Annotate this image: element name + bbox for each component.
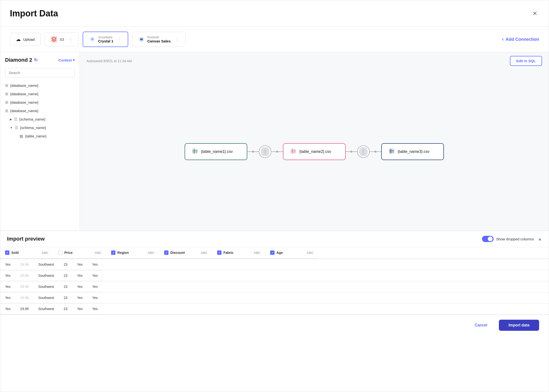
cell-price-4: 29.99 (15, 293, 34, 303)
main-content: Diamond 2 ↻ Context ▾ ⊞ {database_name} … (0, 52, 549, 231)
autosave-text: Autosaved 8/9/21 at 11:34 AM (87, 59, 132, 63)
sidebar-header: Diamond 2 ↻ Context ▾ (5, 57, 75, 63)
snowflake-tab[interactable]: ❄ Snowflake Crystal 1 ⋮ (83, 32, 128, 47)
cell-discount-5: 23 (59, 303, 72, 314)
snowflake-sub: Crystal 1 (98, 39, 113, 43)
cell-region-5: Southwest (34, 303, 59, 314)
list-item[interactable]: ⊞ {database_name} (5, 106, 75, 115)
search-input[interactable] (5, 68, 75, 77)
table-row: Yes 29.99 Southwest 23 Yes Yes (0, 293, 549, 303)
upload-label: Upload (23, 37, 35, 42)
list-item[interactable]: ▶ ☰ {schema_name} (5, 115, 75, 123)
upload-icon: ☁ (16, 36, 21, 42)
price-checkbox[interactable] (58, 251, 63, 255)
connections-bar: ☁ Upload S3 ⋮ ❄ Snowflake Crystal 1 ⋮ (0, 27, 549, 52)
snowflake-tab-text: Snowflake Crystal 1 (98, 35, 113, 43)
table-icon: ▦ (20, 134, 23, 138)
fabric-checkbox[interactable] (217, 251, 222, 255)
canvas-area: Autosaved 8/9/21 at 11:34 AM Edit in SQL… (80, 52, 549, 231)
modal-header: Import Data × (0, 0, 549, 27)
col-header-price: Price ABC (53, 247, 106, 259)
redshift-sub: Canvas Sales (147, 39, 171, 43)
edit-sql-button[interactable]: Edit in SQL (510, 56, 542, 66)
show-dropped-toggle[interactable] (482, 236, 493, 242)
import-data-modal: Import Data × ☁ Upload S3 ⋮ ❄ Snowflake … (0, 0, 549, 392)
table-name: {table_name} (25, 134, 46, 138)
expand-arrow-expanded: ▼ (10, 126, 13, 129)
table-node-3-label: {table_name3}.csv (398, 149, 430, 154)
sold-checkbox[interactable] (5, 251, 9, 255)
svg-rect-13 (389, 148, 394, 154)
modal-footer: Cancel Import data (0, 315, 549, 336)
collapse-preview-button[interactable]: ▲ (538, 237, 542, 242)
svg-rect-9 (291, 148, 296, 154)
redshift-tab[interactable]: Redshift Canvas Sales ⋮ (132, 32, 185, 47)
database-name-1: {database_name} (10, 84, 39, 88)
s3-icon (51, 36, 57, 43)
snowflake-icon: ❄ (89, 36, 96, 43)
context-label: Context (58, 58, 72, 62)
refresh-icon[interactable]: ↻ (34, 57, 38, 63)
table-node-2-icon (290, 148, 296, 155)
table-node-2[interactable]: {table_name2}.csv (283, 143, 346, 160)
region-checkbox[interactable] (111, 251, 115, 255)
import-preview: Import preview Show dropped columns ▲ (0, 231, 549, 315)
svg-rect-5 (192, 148, 198, 154)
cell-fabric-5: Yes (72, 303, 88, 314)
flow-diagram: {table_name1}.csv (185, 143, 444, 160)
data-table-container: Sold ABC Price ABC (0, 247, 549, 315)
snowflake-menu-icon[interactable]: ⋮ (118, 37, 122, 42)
sold-col-type: ABC (42, 251, 49, 255)
cell-fabric-1: Yes (72, 259, 88, 270)
close-button[interactable]: × (531, 7, 539, 20)
s3-tab[interactable]: S3 ⋮ (45, 32, 79, 46)
list-item[interactable]: ⊞ {database_name} (5, 98, 75, 106)
col-header-fabric: Fabric ABC (212, 247, 265, 259)
connector-1 (247, 145, 283, 158)
col-header-age: Age ABC (265, 247, 318, 259)
expand-arrow-collapsed: ▶ (10, 118, 12, 121)
add-conn-icon: ‹ (502, 36, 504, 42)
s3-menu-icon[interactable]: ⋮ (69, 37, 73, 42)
svg-rect-4 (140, 38, 143, 41)
redshift-menu-icon[interactable]: ⋮ (175, 37, 179, 42)
table-node-1-icon (192, 148, 198, 155)
age-checkbox[interactable] (270, 251, 275, 255)
list-item[interactable]: ⊞ {database_name} (5, 81, 75, 90)
cell-discount-3: 23 (59, 281, 72, 292)
table-node-3[interactable]: {table_name3}.csv (381, 143, 444, 160)
cell-discount-4: 23 (59, 293, 72, 303)
age-col-label: Age (276, 251, 283, 255)
cell-discount-2: 23 (59, 270, 72, 281)
context-button[interactable]: Context ▾ (58, 58, 75, 62)
database-name-2: {database_name} (10, 92, 39, 96)
table-node-1[interactable]: {table_name1}.csv (185, 143, 247, 160)
cell-region-3: Southwest (34, 281, 59, 292)
discount-checkbox[interactable] (164, 251, 168, 255)
svg-text:❄: ❄ (91, 37, 94, 41)
region-col-label: Region (117, 251, 129, 255)
sold-col-label: Sold (11, 251, 19, 255)
col-header-sold: Sold ABC (0, 247, 53, 259)
add-connection-button[interactable]: ‹ Add Connection (502, 36, 539, 42)
table-row: Yes 29.99 Southwest 23 Yes Yes (0, 281, 549, 293)
schema-name-expanded: {schema_name} (20, 126, 46, 130)
age-col-type: ABC (307, 251, 313, 255)
upload-tab[interactable]: ☁ Upload (10, 33, 41, 46)
snowflake-name: Snowflake (98, 35, 113, 39)
table-node-3-icon (389, 148, 395, 155)
cell-price-5: 29.99 (15, 303, 34, 314)
import-data-button[interactable]: Import data (499, 320, 539, 331)
table-node-2-label: {table_name2}.csv (299, 149, 331, 154)
connector-2 (346, 145, 381, 158)
list-item[interactable]: ⊞ {database_name} (5, 90, 75, 98)
redshift-tab-text: Redshift Canvas Sales (147, 35, 171, 43)
schema-name-collapsed: {schema_name} (19, 117, 45, 121)
database-name-3: {database_name} (10, 100, 39, 104)
list-item[interactable]: ▦ {table_name} (5, 132, 75, 140)
table-node-1-label: {table_name1}.csv (201, 149, 233, 154)
cancel-button[interactable]: Cancel (467, 320, 495, 331)
list-item[interactable]: ▼ ☰ {schema_name} (5, 123, 75, 132)
cell-fabric-4: Yes (72, 293, 88, 303)
cell-age-1: Yes (88, 259, 103, 270)
